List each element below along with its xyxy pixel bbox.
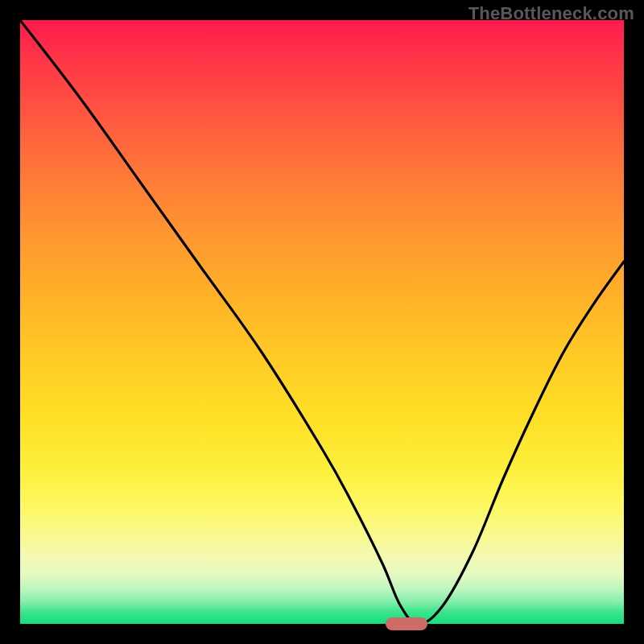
optimal-marker: [386, 617, 428, 630]
chart-plot-area: [20, 20, 624, 624]
watermark-text: TheBottleneck.com: [469, 3, 634, 24]
bottleneck-curve: [20, 20, 624, 624]
